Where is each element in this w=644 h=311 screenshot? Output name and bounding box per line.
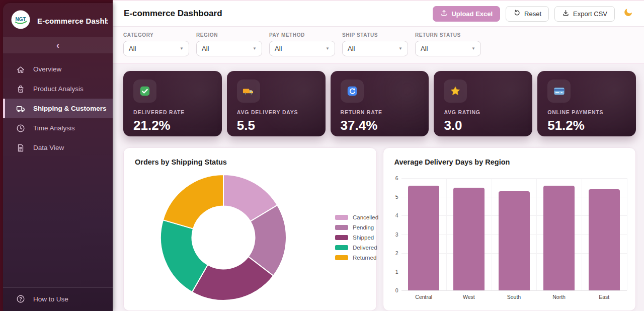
filter-value: All <box>275 45 282 52</box>
sidebar-item-label: Overview <box>33 65 61 73</box>
legend-swatch <box>335 235 348 240</box>
bar-west[interactable] <box>453 188 485 290</box>
reset-icon <box>513 9 521 18</box>
gridline <box>582 178 582 290</box>
sidebar-item-time-analysis[interactable]: Time Analysis <box>3 118 113 138</box>
sidebar-item-data-view[interactable]: Data View <box>3 138 113 158</box>
chevron-down-icon: ▼ <box>398 46 403 51</box>
upload-excel-label: Upload Excel <box>451 10 493 18</box>
filter-group-category: CATEGORYAll▼ <box>123 32 189 56</box>
sidebar-collapse-button[interactable]: ‹ <box>3 37 113 53</box>
donut-legend: CancelledPendingShippedDeliveredReturned <box>335 214 378 265</box>
filter-value: All <box>421 45 428 52</box>
check-chip-icon <box>133 80 156 103</box>
export-csv-button[interactable]: Export CSV <box>554 6 615 22</box>
filter-select-pay-method[interactable]: All▼ <box>269 41 335 56</box>
filter-select-return-status[interactable]: All▼ <box>415 41 481 56</box>
y-axis-tick-label: 5 <box>387 194 398 200</box>
bag-icon <box>16 85 25 94</box>
star-chip-icon <box>444 80 467 103</box>
filter-group-pay-method: PAY METHODAll▼ <box>269 32 335 56</box>
bar-chart: 0123456CentralWestSouthNorthEast <box>401 178 627 290</box>
kpi-value: 3.0 <box>444 118 532 133</box>
legend-label: Returned <box>353 255 376 261</box>
sidebar-item-label: Shipping & Customers <box>33 105 107 112</box>
filter-label: SHIP STATUS <box>342 32 408 38</box>
legend-item-pending[interactable]: Pending <box>335 224 378 230</box>
kpi-value: 51.2% <box>547 118 636 133</box>
filter-group-ship-status: SHIP STATUSAll▼ <box>342 32 408 56</box>
chevron-down-icon: ▼ <box>471 46 475 51</box>
x-axis-tick-label: South <box>492 294 537 300</box>
charts-row: Orders by Shipping Status CancelledPendi… <box>123 147 636 311</box>
filter-group-return-status: RETURN STATUSAll▼ <box>415 32 481 56</box>
donut-chart[interactable] <box>160 174 287 303</box>
gridline <box>536 178 537 290</box>
filter-label: PAY METHOD <box>269 32 335 38</box>
sidebar-item-product-analysis[interactable]: Product Analysis <box>3 79 113 99</box>
legend-swatch <box>335 245 348 250</box>
sidebar-nav: OverviewProduct AnalysisShipping & Custo… <box>3 59 113 158</box>
bar-central[interactable] <box>408 186 439 290</box>
sidebar-item-shipping-customers[interactable]: Shipping & Customers <box>3 99 113 118</box>
legend-label: Pending <box>353 224 374 230</box>
theme-toggle-button[interactable] <box>623 8 633 20</box>
gridline <box>627 178 627 290</box>
sidebar-item-overview[interactable]: Overview <box>3 59 113 79</box>
sidebar-panel: NGT E-commerce Dashboard ‹ OverviewProdu… <box>3 3 113 311</box>
sidebar-item-label: Time Analysis <box>33 124 75 132</box>
kpi-value: 37.4% <box>341 118 429 133</box>
kpi-card-avg-rating: AVG RATING3.0 <box>434 71 532 136</box>
kpi-card-online-payments: ONLINE PAYMENTS51.2% <box>537 71 636 136</box>
help-icon <box>16 294 25 303</box>
filter-bar: CATEGORYAll▼REGIONAll▼PAY METHODAll▼SHIP… <box>113 27 644 64</box>
gridline <box>401 290 627 291</box>
chevron-down-icon: ▼ <box>253 46 257 51</box>
kpi-value: 21.2% <box>133 118 222 133</box>
legend-item-delivered[interactable]: Delivered <box>335 245 378 251</box>
y-axis-tick-label: 2 <box>387 250 398 256</box>
document-icon <box>16 143 25 152</box>
donut-chart-card: Orders by Shipping Status CancelledPendi… <box>123 147 377 311</box>
legend-item-cancelled[interactable]: Cancelled <box>335 214 378 220</box>
bar-east[interactable] <box>589 189 620 290</box>
legend-item-returned[interactable]: Returned <box>335 255 378 261</box>
kpi-label: RETURN RATE <box>341 109 429 115</box>
reset-button[interactable]: Reset <box>506 6 549 22</box>
bar-north[interactable] <box>543 186 575 290</box>
y-axis-tick-label: 0 <box>387 287 398 293</box>
truck-icon <box>16 104 25 113</box>
legend-label: Shipped <box>353 235 374 241</box>
moon-icon <box>623 8 633 20</box>
sidebar-item-how-to-use[interactable]: How to Use <box>3 294 113 303</box>
x-axis-tick-label: West <box>446 294 492 300</box>
kpi-card-avg-delivery-days: AVG DELIVERY DAYS5.5 <box>227 71 326 136</box>
x-axis-tick-label: North <box>536 294 582 300</box>
donut-slice-returned[interactable] <box>163 175 223 229</box>
svg-text:NGT: NGT <box>15 17 26 22</box>
upload-excel-button[interactable]: Upload Excel <box>433 6 500 22</box>
legend-item-shipped[interactable]: Shipped <box>335 235 378 241</box>
filter-select-category[interactable]: All▼ <box>123 41 189 56</box>
x-axis-tick-label: East <box>582 294 627 300</box>
kpi-row: DELIVERED RATE21.2%AVG DELIVERY DAYS5.5R… <box>123 71 636 136</box>
filter-select-ship-status[interactable]: All▼ <box>342 41 408 56</box>
chevron-down-icon: ▼ <box>326 46 330 51</box>
kpi-label: AVG DELIVERY DAYS <box>237 109 326 115</box>
y-axis-tick-label: 4 <box>387 212 398 218</box>
header: E-commerce Dashboard Upload Excel Reset <box>113 0 644 27</box>
return-chip-icon <box>341 80 364 103</box>
bar-chart-card: Average Delivery Days by Region 0123456C… <box>383 147 636 311</box>
y-axis-tick-label: 1 <box>387 269 398 275</box>
chevron-down-icon: ▼ <box>180 46 184 51</box>
truck-chip-icon <box>237 80 260 103</box>
legend-swatch <box>335 225 348 230</box>
filter-value: All <box>348 45 355 52</box>
legend-label: Delivered <box>353 245 377 251</box>
filter-value: All <box>202 45 209 52</box>
home-icon <box>16 65 25 74</box>
filter-select-region[interactable]: All▼ <box>196 41 262 56</box>
filter-label: REGION <box>196 32 262 38</box>
bar-south[interactable] <box>499 191 530 290</box>
kpi-value: 5.5 <box>237 118 326 133</box>
